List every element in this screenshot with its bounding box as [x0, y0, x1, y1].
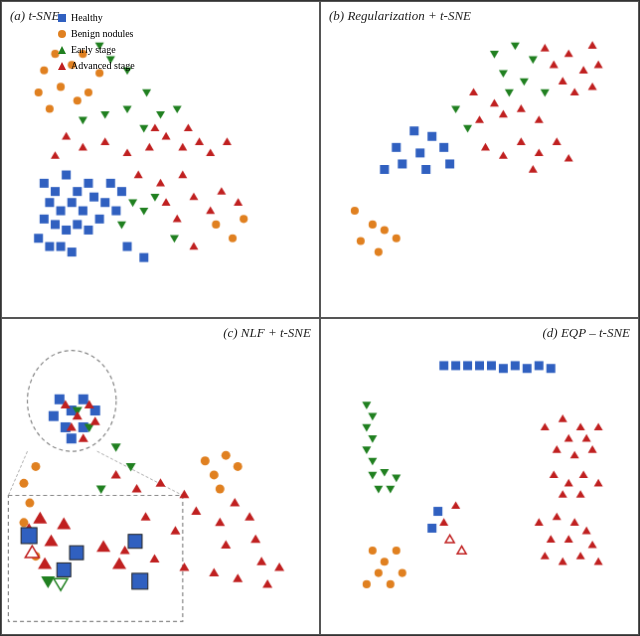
legend-early: Early stage [57, 42, 135, 58]
svg-marker-3 [58, 62, 66, 70]
canvas-b [321, 2, 638, 317]
panel-a-title: (a) t-SNE [10, 8, 59, 24]
panel-b: (b) Regularization + t-SNE [320, 1, 639, 318]
panel-b-title: (b) Regularization + t-SNE [329, 8, 471, 24]
legend-benign-label: Benign nodules [71, 26, 134, 42]
legend-benign: Benign nodules [57, 26, 135, 42]
canvas-d [321, 319, 638, 634]
legend-advanced: Advanced stage [57, 58, 135, 74]
legend: Healthy Benign nodules Early stage Advan… [57, 10, 135, 74]
legend-healthy-label: Healthy [71, 10, 103, 26]
legend-advanced-label: Advanced stage [71, 58, 135, 74]
healthy-icon [57, 13, 67, 23]
main-container: (a) t-SNE Healthy Benign nodules Early s… [0, 0, 640, 636]
canvas-c [2, 319, 319, 634]
panel-d-title: (d) EQP – t-SNE [543, 325, 631, 341]
panel-d: (d) EQP – t-SNE [320, 318, 639, 635]
panel-c-title: (c) NLF + t-SNE [223, 325, 311, 341]
legend-early-label: Early stage [71, 42, 116, 58]
panel-c: (c) NLF + t-SNE [1, 318, 320, 635]
early-icon [57, 45, 67, 55]
legend-healthy: Healthy [57, 10, 135, 26]
advanced-icon [57, 61, 67, 71]
svg-rect-0 [58, 14, 66, 22]
panel-a: (a) t-SNE Healthy Benign nodules Early s… [1, 1, 320, 318]
svg-point-1 [58, 30, 66, 38]
canvas-a [2, 2, 319, 317]
benign-icon [57, 29, 67, 39]
svg-marker-2 [58, 46, 66, 54]
